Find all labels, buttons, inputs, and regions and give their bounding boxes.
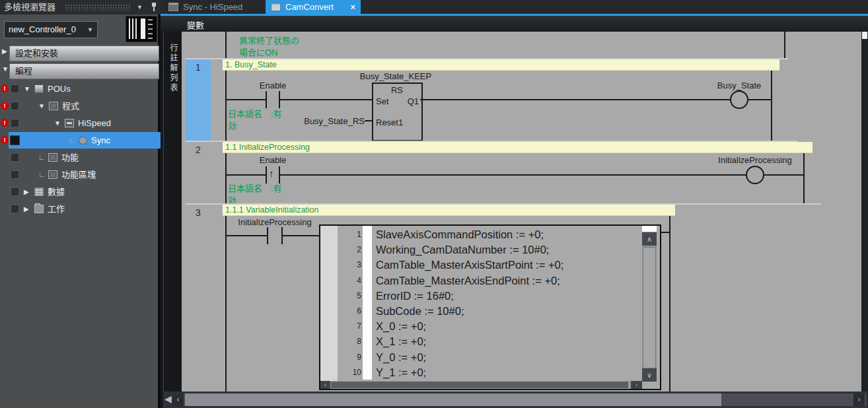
st-line-number: 1 bbox=[336, 227, 361, 242]
variables-button[interactable]: 變數 bbox=[187, 18, 204, 31]
chevron-down-icon[interactable]: ▼ bbox=[87, 22, 93, 38]
st-code-line[interactable]: Y_1 := +0; bbox=[376, 365, 426, 380]
row-comment-list-tab[interactable]: 行註解列表 bbox=[168, 44, 179, 93]
rung3-st-inline-box[interactable]: 1SlaveAxisCommandPosition := +0; 2Workin… bbox=[319, 224, 661, 390]
branch-icon: ∟ bbox=[69, 132, 76, 149]
ladder-editor-canvas[interactable]: 異常終了状態の 場合にON 1 1. Busy_State Enable 日本語… bbox=[182, 32, 862, 391]
st-code-line[interactable]: Y_0 := +0; bbox=[376, 350, 426, 365]
scroll-right-icon[interactable]: › bbox=[853, 393, 865, 406]
scroll-down-icon[interactable]: ∨ bbox=[642, 368, 657, 382]
rung1-fb-instance-name[interactable]: Busy_State_KEEP bbox=[360, 71, 431, 81]
controller-status-icon bbox=[126, 16, 157, 42]
rung1-coil-label[interactable]: Busy_State bbox=[717, 81, 762, 90]
rung1-output-coil[interactable] bbox=[730, 90, 748, 109]
tab-sync-hispeed[interactable]: Sync - HiSpeed bbox=[164, 0, 264, 14]
expander-open-icon[interactable]: ▼ bbox=[54, 115, 61, 131]
st-horizontal-scrollbar[interactable]: ‹ › bbox=[320, 381, 642, 389]
scroll-up-icon[interactable]: ∧ bbox=[642, 232, 657, 246]
tree-item-sync[interactable]: ! ∟ Sync bbox=[0, 132, 161, 149]
st-code-line[interactable]: Working_CamDataNumber := 10#0; bbox=[376, 242, 549, 257]
editor-vertical-scrollbar[interactable] bbox=[861, 32, 868, 391]
error-badge-icon: ! bbox=[1, 85, 9, 92]
st-code-line[interactable]: CamTable_MasterAxisEndPoint := +0; bbox=[376, 273, 560, 289]
wire bbox=[280, 99, 372, 100]
expander-closed-icon[interactable]: ▶ bbox=[24, 184, 29, 200]
scrollbar-thumb[interactable] bbox=[331, 382, 628, 388]
right-power-rail bbox=[771, 71, 772, 141]
data-table-icon bbox=[34, 187, 44, 196]
wire bbox=[225, 99, 266, 100]
tree-status-box bbox=[11, 153, 19, 162]
tree-status-box bbox=[11, 170, 19, 179]
program-folder-icon bbox=[49, 102, 58, 110]
editor-side-strip: 行註解列表 ◀ bbox=[163, 32, 182, 408]
tab-camconvert[interactable]: CamConvert × bbox=[266, 0, 361, 14]
scrollbar-thumb[interactable] bbox=[862, 32, 867, 39]
scrollbar-thumb[interactable] bbox=[185, 393, 721, 406]
tree-item-label: 程式 bbox=[62, 98, 79, 114]
rung3-contact-label[interactable]: InitializeProcessing bbox=[238, 217, 311, 227]
document-tabbar: Sync - HiSpeed CamConvert × bbox=[161, 0, 868, 14]
pin-icon[interactable] bbox=[151, 3, 157, 12]
tree-item-label: 功能 bbox=[61, 149, 79, 166]
expander-open-icon[interactable]: ▼ bbox=[38, 98, 45, 114]
rung3-number[interactable]: 3 bbox=[186, 207, 211, 218]
fb-q1-output-label: Q1 bbox=[408, 96, 419, 106]
rung3-title-bar[interactable]: 1.1.1 VariableInitialization bbox=[223, 205, 675, 216]
rung1-reset-variable[interactable]: Busy_State_RS bbox=[304, 116, 365, 126]
close-icon[interactable]: × bbox=[350, 0, 355, 14]
st-line-number: 4 bbox=[336, 273, 361, 289]
wire bbox=[225, 174, 266, 176]
st-code-line[interactable]: X_0 := +0; bbox=[376, 319, 426, 334]
tree-status-box bbox=[10, 135, 20, 145]
st-vertical-scrollbar[interactable]: ∧ ∨ bbox=[642, 226, 657, 382]
scrollbar-thumb[interactable] bbox=[643, 247, 656, 368]
contact-bar bbox=[266, 91, 267, 108]
collapse-left-arrow-icon[interactable]: ◀ bbox=[164, 393, 172, 404]
multiview-explorer-titlebar[interactable]: 多檢視瀏覽器 ▼ bbox=[0, 0, 161, 15]
scroll-left-icon[interactable]: ‹ bbox=[172, 393, 184, 406]
st-code-line[interactable]: CamTable_MasterAxisStartPoint := +0; bbox=[376, 257, 563, 273]
wire bbox=[420, 99, 730, 100]
rung2-output-coil[interactable] bbox=[746, 166, 764, 184]
rung1-rs-function-block[interactable]: RS Set Q1 Reset1 bbox=[372, 83, 423, 141]
error-badge-icon: ! bbox=[1, 136, 9, 144]
tree-item-hispeed[interactable]: ! ▼ HiSpeed bbox=[0, 115, 161, 131]
st-code-line[interactable]: SlaveAxisCommandPosition := +0; bbox=[376, 227, 544, 242]
chevron-down-icon[interactable]: ▼ bbox=[137, 0, 143, 15]
st-code-line[interactable]: ErrorID := 16#0; bbox=[376, 289, 454, 304]
section-configuration[interactable]: 設定和安裝 bbox=[9, 46, 159, 61]
section-programming[interactable]: 編程 bbox=[9, 63, 159, 79]
editor-bottom-scrollbar[interactable]: ◀ ‹ › bbox=[163, 391, 868, 408]
rung2-contact-comment-line1: 日本語名 :有 bbox=[228, 182, 282, 194]
scroll-right-icon[interactable]: › bbox=[631, 381, 642, 389]
rung1-title: 1. Busy_State bbox=[225, 60, 277, 69]
rung2-coil-label[interactable]: InitializeProcessing bbox=[718, 155, 791, 165]
wire bbox=[283, 235, 319, 236]
tree-item-programs[interactable]: ! ▼ 程式 bbox=[0, 98, 161, 114]
tree-item-label: 工作 bbox=[48, 201, 65, 217]
program-tab-icon bbox=[168, 3, 178, 11]
tab-label: CamConvert bbox=[285, 0, 334, 14]
rung1-contact-label[interactable]: Enable bbox=[260, 81, 286, 90]
rising-edge-icon: ↑ bbox=[269, 168, 274, 179]
st-code-line[interactable]: X_1 := +0; bbox=[376, 334, 426, 349]
tree-status-box bbox=[11, 85, 19, 93]
tree-item-function-blocks[interactable]: ∟ 功能區塊 bbox=[0, 166, 161, 183]
rung2-contact-label[interactable]: Enable bbox=[260, 155, 286, 165]
rung2-title-bar[interactable]: 1.1 InitializeProcessing bbox=[223, 142, 813, 153]
tree-item-data[interactable]: ▶ 數據 bbox=[0, 184, 161, 200]
expander-closed-icon[interactable]: ▶ bbox=[24, 201, 29, 217]
rung1-title-bar[interactable]: 1. Busy_State bbox=[223, 59, 779, 71]
rung1-contact-comment-line2: 効 bbox=[228, 119, 236, 131]
expander-open-icon[interactable]: ▼ bbox=[24, 81, 30, 97]
tree-item-functions[interactable]: ∟ 功能 bbox=[0, 149, 161, 166]
tree-item-tasks[interactable]: ▶ 工作 bbox=[0, 201, 161, 217]
tree-status-box bbox=[11, 119, 19, 127]
controller-selector[interactable]: new_Controller_0 ▼ bbox=[4, 21, 98, 38]
scroll-left-icon[interactable]: ‹ bbox=[320, 381, 330, 389]
contact-bar bbox=[267, 227, 268, 244]
tree-item-pous[interactable]: ! ▼ POUs bbox=[0, 81, 161, 97]
st-code-line[interactable]: SubCode := 10#0; bbox=[376, 304, 464, 319]
rung2-number[interactable]: 2 bbox=[186, 145, 211, 155]
